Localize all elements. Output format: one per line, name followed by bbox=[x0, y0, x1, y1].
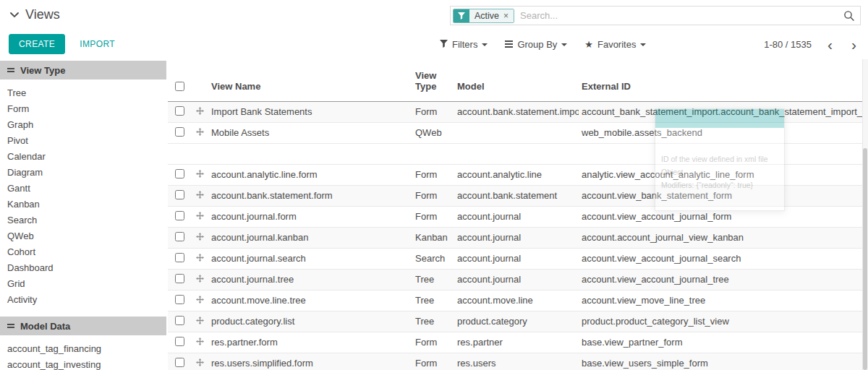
content: View TypeTreeFormGraphPivotCalendarDiagr… bbox=[0, 59, 868, 370]
drag-handle-icon[interactable] bbox=[191, 290, 208, 311]
table-row[interactable]: account.journal.treeTreeaccount.journala… bbox=[168, 269, 862, 290]
sidebar-item-qweb[interactable]: QWeb bbox=[0, 228, 168, 244]
sidebar-item-account-tag-investing[interactable]: account_tag_investing bbox=[0, 357, 168, 370]
sidebar-item-graph[interactable]: Graph bbox=[0, 117, 168, 133]
table-header-row: View Name View Type Model External ID bbox=[168, 59, 862, 101]
view-name-cell: account.move.line.tree bbox=[208, 290, 412, 311]
vertical-scrollbar[interactable] bbox=[862, 59, 868, 370]
drag-handle-icon[interactable] bbox=[191, 101, 208, 122]
sidebar-item-gantt[interactable]: Gantt bbox=[0, 181, 168, 197]
external-id-cell: web_mobile.assets_backend bbox=[579, 122, 862, 143]
table-row[interactable]: Mobile AssetsQWebweb_mobile.assets_backe… bbox=[168, 122, 862, 143]
groupby-menu[interactable]: Group By bbox=[505, 39, 567, 50]
drag-handle-icon[interactable] bbox=[191, 185, 208, 206]
favorites-menu[interactable]: ★ Favorites bbox=[584, 39, 646, 50]
row-select-cell bbox=[168, 311, 191, 332]
column-header-view-name[interactable]: View Name bbox=[208, 59, 412, 101]
facet-remove-icon[interactable]: × bbox=[503, 12, 509, 20]
filters-menu[interactable]: Filters bbox=[440, 39, 488, 50]
search-input[interactable] bbox=[514, 9, 840, 22]
table-row[interactable]: res.users.simplified.formFormres.usersba… bbox=[168, 353, 862, 370]
pager: 1-80 / 1535 ‹ › bbox=[764, 37, 859, 52]
favorites-menu-label: Favorites bbox=[597, 39, 636, 50]
row-checkbox[interactable] bbox=[175, 253, 184, 262]
row-checkbox[interactable] bbox=[175, 337, 184, 346]
table-row[interactable]: product.category.listTreeproduct.categor… bbox=[168, 311, 862, 332]
sidebar-item-activity[interactable]: Activity bbox=[0, 292, 168, 308]
drag-handle-icon[interactable] bbox=[191, 122, 208, 143]
row-checkbox[interactable] bbox=[175, 232, 184, 241]
table-row[interactable]: account.journal.kanbanKanbanaccount.jour… bbox=[168, 227, 862, 248]
sidebar-section-title: Model Data bbox=[20, 321, 70, 332]
column-header-external-id[interactable]: External ID bbox=[579, 59, 862, 101]
model-cell bbox=[454, 122, 579, 143]
pager-next-button[interactable]: › bbox=[848, 37, 859, 52]
row-checkbox[interactable] bbox=[175, 211, 184, 220]
search-facet-active[interactable]: Active × bbox=[453, 9, 514, 23]
drag-handle-icon[interactable] bbox=[191, 353, 208, 370]
pager-prev-button[interactable]: ‹ bbox=[825, 37, 835, 52]
sidebar-item-search[interactable]: Search bbox=[0, 212, 168, 228]
sidebar-item-dashboard[interactable]: Dashboard bbox=[0, 260, 168, 276]
model-cell: account.journal bbox=[454, 206, 579, 227]
view-type-cell: QWeb bbox=[412, 122, 454, 143]
row-checkbox[interactable] bbox=[175, 274, 184, 283]
row-checkbox[interactable] bbox=[175, 127, 184, 137]
row-checkbox[interactable] bbox=[175, 190, 184, 199]
column-header-model[interactable]: Model bbox=[454, 59, 579, 101]
model-cell: res.partner bbox=[454, 332, 579, 353]
drag-handle-icon[interactable] bbox=[191, 248, 208, 269]
row-checkbox[interactable] bbox=[175, 169, 184, 178]
row-select-cell bbox=[168, 290, 191, 311]
drag-handle-icon[interactable] bbox=[191, 227, 208, 248]
drag-handle-icon[interactable] bbox=[191, 206, 208, 227]
select-all-checkbox[interactable] bbox=[175, 82, 184, 91]
chevron-down-icon[interactable] bbox=[10, 12, 19, 18]
view-type-cell: Tree bbox=[412, 290, 454, 311]
search-icon[interactable] bbox=[843, 10, 855, 24]
drag-handle-icon[interactable] bbox=[191, 164, 208, 185]
sidebar-item-kanban[interactable]: Kanban bbox=[0, 197, 168, 212]
column-header-view-type[interactable]: View Type bbox=[412, 59, 454, 101]
create-button[interactable]: CREATE bbox=[9, 34, 65, 54]
sidebar-item-form[interactable]: Form bbox=[0, 101, 168, 117]
sidebar-item-diagram[interactable]: Diagram bbox=[0, 165, 168, 181]
view-name-cell: account.analytic.line.form bbox=[208, 164, 412, 185]
table-row-empty bbox=[168, 143, 862, 164]
table-row[interactable]: account.journal.searchSearchaccount.jour… bbox=[168, 248, 862, 269]
drag-handle-icon[interactable] bbox=[191, 332, 208, 353]
table-row[interactable]: account.analytic.line.formFormaccount.an… bbox=[168, 164, 862, 185]
import-button[interactable]: IMPORT bbox=[77, 35, 118, 53]
external-id-cell: base.view_partner_form bbox=[579, 332, 862, 353]
sidebar-item-account-tag-financing[interactable]: account_tag_financing bbox=[0, 341, 168, 357]
view-type-cell: Form bbox=[412, 353, 454, 370]
view-name-cell: account.journal.tree bbox=[208, 269, 412, 290]
table-row[interactable]: Import Bank StatementsFormaccount.bank.s… bbox=[168, 101, 862, 122]
search-bar[interactable]: Active × bbox=[450, 6, 861, 25]
sidebar-item-grid[interactable]: Grid bbox=[0, 276, 168, 292]
row-select-cell bbox=[168, 206, 191, 227]
sidebar-item-cohort[interactable]: Cohort bbox=[0, 244, 168, 260]
pager-range[interactable]: 1-80 / 1535 bbox=[764, 39, 812, 50]
sidebar-item-tree[interactable]: Tree bbox=[0, 85, 168, 101]
search-options: Filters Group By ★ Favorites bbox=[440, 29, 646, 59]
drag-column-header bbox=[191, 59, 208, 101]
row-checkbox[interactable] bbox=[175, 295, 184, 304]
drag-handle-icon[interactable] bbox=[191, 269, 208, 290]
table-row[interactable]: account.bank.statement.formFormaccount.b… bbox=[168, 185, 862, 206]
scrollbar-thumb[interactable] bbox=[863, 148, 867, 370]
sidebar-item-calendar[interactable]: Calendar bbox=[0, 149, 168, 165]
table-row[interactable]: res.partner.formFormres.partnerbase.view… bbox=[168, 332, 862, 353]
external-id-cell: account.view_move_line_tree bbox=[579, 290, 862, 311]
row-checkbox[interactable] bbox=[175, 106, 184, 116]
sidebar-item-pivot[interactable]: Pivot bbox=[0, 133, 168, 149]
row-checkbox[interactable] bbox=[175, 358, 184, 367]
external-id-cell: analytic.view_account_analytic_line_form bbox=[579, 164, 862, 185]
table-row[interactable]: account.move.line.treeTreeaccount.move.l… bbox=[168, 290, 862, 311]
row-checkbox[interactable] bbox=[175, 316, 184, 325]
view-type-cell: Form bbox=[412, 185, 454, 206]
drag-handle-icon[interactable] bbox=[191, 311, 208, 332]
table-row[interactable]: account.journal.formFormaccount.journala… bbox=[168, 206, 862, 227]
model-cell: account.bank.statement bbox=[454, 185, 579, 206]
views-page: Views Active × CREATE IMPORT bbox=[0, 0, 868, 370]
